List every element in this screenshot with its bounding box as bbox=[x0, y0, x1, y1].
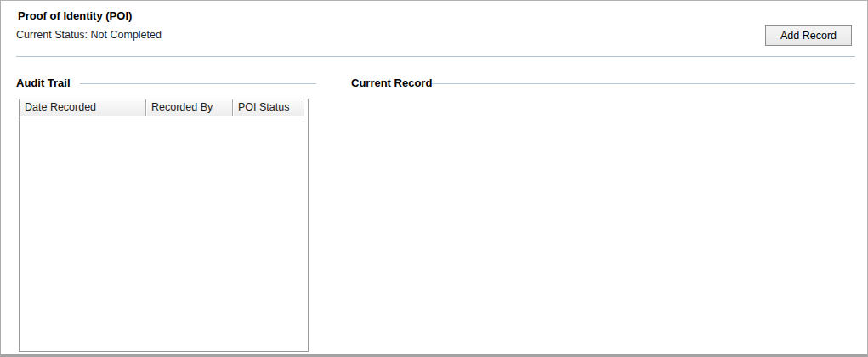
table-body-empty bbox=[20, 116, 308, 351]
current-status-label: Current Status: bbox=[16, 29, 88, 41]
poi-panel: Proof of Identity (POI) Current Status: … bbox=[0, 0, 868, 357]
audit-trail-section-rule bbox=[80, 83, 316, 84]
current-status: Current Status: Not Completed bbox=[16, 29, 162, 41]
current-status-value: Not Completed bbox=[91, 29, 162, 41]
current-record-section-label: Current Record bbox=[351, 76, 432, 89]
header-divider bbox=[16, 56, 855, 57]
column-header-filler bbox=[304, 99, 308, 116]
current-record-section-rule bbox=[432, 83, 855, 84]
audit-trail-table[interactable]: Date Recorded Recorded By POI Status bbox=[19, 99, 309, 352]
audit-trail-section-label: Audit Trail bbox=[16, 76, 71, 89]
column-header-date-recorded[interactable]: Date Recorded bbox=[20, 99, 146, 116]
table-header-row: Date Recorded Recorded By POI Status bbox=[20, 99, 308, 116]
column-header-poi-status[interactable]: POI Status bbox=[233, 99, 304, 116]
page-title: Proof of Identity (POI) bbox=[18, 9, 132, 22]
column-header-recorded-by[interactable]: Recorded By bbox=[146, 99, 233, 116]
add-record-button[interactable]: Add Record bbox=[765, 25, 852, 46]
